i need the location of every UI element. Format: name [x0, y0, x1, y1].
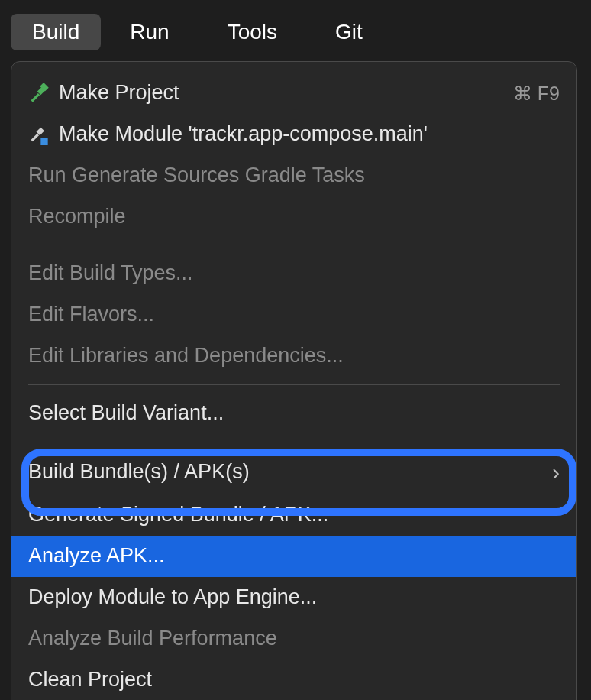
menu-edit-flavors: Edit Flavors... — [11, 294, 576, 335]
menu-item-label: Deploy Module to App Engine... — [28, 582, 560, 614]
menu-generate-signed[interactable]: Generate Signed Bundle / APK... — [11, 494, 576, 536]
menu-run-generate: Run Generate Sources Gradle Tasks — [11, 155, 576, 196]
menu-item-label: Clean Project — [28, 664, 560, 696]
build-menu-dropdown: Make Project ⌘ F9 Make Module 'trackr.ap… — [11, 61, 577, 700]
menu-item-label: Analyze Build Performance — [28, 623, 560, 655]
menu-item-label: Edit Libraries and Dependencies... — [28, 340, 560, 372]
menu-select-variant[interactable]: Select Build Variant... — [11, 393, 576, 434]
menu-edit-build-types: Edit Build Types... — [11, 253, 576, 294]
menu-recompile: Recompile — [11, 196, 576, 238]
menu-separator — [28, 384, 560, 385]
hammer-icon — [28, 83, 59, 104]
menu-item-label: Recompile — [28, 201, 560, 233]
menu-item-label: Edit Build Types... — [28, 258, 560, 290]
menu-item-label: Make Module 'trackr.app-compose.main' — [59, 118, 560, 151]
menu-item-label: Make Project — [59, 77, 513, 109]
menu-item-label: Analyze APK... — [28, 540, 560, 572]
menu-deploy-module[interactable]: Deploy Module to App Engine... — [11, 577, 576, 618]
menu-tools[interactable]: Tools — [206, 14, 299, 50]
svg-rect-1 — [40, 138, 47, 144]
menu-run[interactable]: Run — [108, 14, 190, 50]
menu-item-label: Run Generate Sources Gradle Tasks — [28, 160, 560, 192]
menu-build[interactable]: Build — [11, 14, 101, 50]
menu-make-project[interactable]: Make Project ⌘ F9 — [11, 73, 576, 114]
hammer-module-icon — [28, 124, 59, 145]
menu-analyze-apk[interactable]: Analyze APK... — [11, 536, 576, 577]
menu-analyze-build: Analyze Build Performance — [11, 618, 576, 659]
menu-make-module[interactable]: Make Module 'trackr.app-compose.main' — [11, 114, 576, 155]
menu-item-label: Edit Flavors... — [28, 299, 560, 331]
menu-item-label: Select Build Variant... — [28, 397, 560, 429]
menu-git[interactable]: Git — [314, 14, 384, 50]
menu-edit-libs: Edit Libraries and Dependencies... — [11, 335, 576, 377]
menubar: Build Run Tools Git — [0, 0, 591, 61]
menu-separator — [28, 442, 560, 442]
menu-item-label: Generate Signed Bundle / APK... — [28, 499, 560, 531]
menu-build-bundles[interactable]: Build Bundle(s) / APK(s) › — [11, 450, 576, 495]
menu-item-shortcut: ⌘ F9 — [513, 79, 560, 109]
menu-separator — [28, 245, 560, 245]
chevron-right-icon: › — [552, 455, 560, 491]
menu-clean-project[interactable]: Clean Project — [11, 659, 576, 700]
menu-item-label: Build Bundle(s) / APK(s) — [28, 456, 552, 488]
